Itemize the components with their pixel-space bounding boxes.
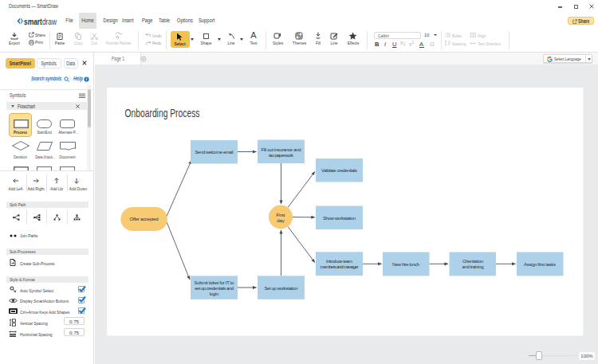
svg-text:set up credentials and: set up credentials and [195,286,234,291]
svg-text:Assign first tasks: Assign first tasks [524,262,556,267]
svg-text:Set up workstation: Set up workstation [265,286,298,291]
svg-text:New hire lunch: New hire lunch [392,262,419,267]
svg-text:Fill out insurance and: Fill out insurance and [262,147,301,152]
svg-text:First: First [277,213,285,217]
svg-text:Submit ticket for IT to: Submit ticket for IT to [195,280,235,285]
svg-text:members and manager: members and manager [321,264,359,269]
svg-text:Introduce team: Introduce team [326,259,352,264]
svg-text:day: day [277,218,285,223]
svg-text:Orientation: Orientation [462,259,483,264]
svg-text:Send welcome email: Send welcome email [195,150,234,155]
svg-text:login: login [210,292,219,296]
svg-text:and training: and training [462,264,484,269]
svg-text:tax paperwork: tax paperwork [269,153,294,158]
svg-text:Offer accepted: Offer accepted [130,217,159,221]
svg-text:Show workstation: Show workstation [323,216,356,221]
svg-text:Validate credentials: Validate credentials [321,168,357,173]
svg-text:Onboarding Process: Onboarding Process [125,107,200,119]
